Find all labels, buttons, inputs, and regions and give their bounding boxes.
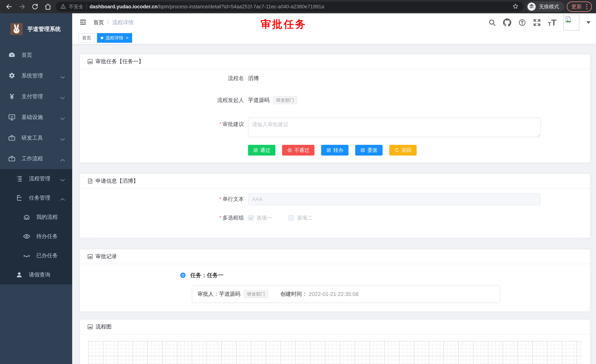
browser-menu-icon[interactable]: [585, 4, 589, 9]
toolbox-icon: [8, 134, 16, 142]
forward-icon[interactable]: [19, 3, 26, 10]
sidebar-item-task-mgmt[interactable]: 任务管理: [0, 188, 72, 208]
approve-task-card: 审批任务【任务一】 流程名 滔博 流程发起人 芋道源码 研发部门: [80, 54, 590, 163]
url-bar[interactable]: 不安全 dashboard.yudao.iocoder.cn/bpm/proce…: [56, 2, 523, 12]
gear-icon: [8, 72, 16, 80]
card-title: 审批记录: [96, 253, 117, 260]
sidebar-item-label: 系统管理: [22, 72, 43, 80]
sidebar-item-home[interactable]: 首页: [0, 45, 72, 66]
process-name-value: 滔博: [248, 75, 259, 82]
sidebar-item-label: 研发工具: [22, 134, 43, 142]
user-icon: [15, 271, 23, 278]
eye-open-icon: [22, 233, 31, 240]
sidebar-item-process-mgmt[interactable]: 流程管理: [0, 169, 72, 188]
advice-textarea[interactable]: [248, 118, 540, 137]
sidebar-item-my-process[interactable]: 我的流程: [0, 208, 72, 227]
navbar: 首页 / 流程详情 TT: [72, 13, 596, 32]
picture-icon: [87, 58, 93, 65]
card-title: 申请信息【滔博】: [96, 177, 138, 185]
transfer-button[interactable]: 转办: [321, 145, 349, 156]
sidebar-item-workflow[interactable]: 工作流程: [0, 148, 72, 169]
approve-button[interactable]: 通过: [248, 145, 276, 156]
sidebar-item-label: 我的流程: [36, 213, 58, 221]
approver-label: 审批人：: [197, 290, 219, 298]
timeline-clock-icon: [180, 273, 186, 278]
text-field-label: *单行文本: [80, 196, 244, 203]
diagram-card-header: 流程图: [80, 320, 590, 335]
incognito-icon: [528, 3, 536, 11]
update-label: 更新: [571, 3, 582, 10]
url-domain: dashboard.yudao.iocoder.cn: [89, 4, 158, 9]
card-title: 流程图: [96, 323, 112, 330]
apply-card-header: 申请信息【滔博】: [80, 174, 590, 189]
bpmn-canvas-grid[interactable]: [88, 341, 582, 364]
sidebar-item-label: 工作流程: [22, 155, 43, 162]
tag-label: 流程详情: [105, 35, 123, 41]
return-button[interactable]: 退回: [389, 145, 417, 156]
reload-icon[interactable]: [31, 3, 38, 10]
bookmark-star-icon[interactable]: [512, 3, 519, 10]
sidebar-item-label: 基础设施: [22, 114, 43, 121]
url-text: dashboard.yudao.iocoder.cn/bpm/process-i…: [89, 4, 509, 10]
tree-list-icon: [15, 175, 23, 182]
checkbox-label: 选项二: [297, 214, 313, 221]
sidebar: 芋道管理系统 首页 系统管理 ¥ 支付管理 基础设施 研发工具: [0, 13, 72, 364]
undo-icon: [395, 148, 399, 153]
fullscreen-icon[interactable]: [533, 19, 541, 26]
url-path: /bpm/process-instance/detail?id=54aa251f…: [158, 4, 324, 9]
tag-process-detail[interactable]: 流程详情 ×: [97, 33, 132, 43]
sidebar-item-label: 任务管理: [29, 194, 50, 202]
incognito-badge: 无痕模式: [526, 1, 564, 12]
chevron-down-icon: [60, 136, 65, 142]
close-icon[interactable]: ×: [126, 36, 128, 40]
sidebar-logo-row[interactable]: 芋道管理系统: [0, 13, 72, 45]
avatar[interactable]: [563, 15, 579, 30]
browser-update-button[interactable]: 更新: [567, 1, 592, 12]
approver-name: 芋道源码: [219, 290, 240, 298]
tags-view: 首页 流程详情 ×: [72, 32, 596, 44]
required-asterisk: *: [219, 215, 221, 221]
sidebar-item-payment[interactable]: ¥ 支付管理: [0, 86, 72, 107]
breadcrumb-home[interactable]: 首页: [93, 19, 104, 26]
sidebar-item-leave-query[interactable]: 请假查询: [0, 265, 72, 284]
face-icon: [22, 213, 31, 221]
checkbox-unchecked-icon: [288, 215, 294, 221]
approve-card-header: 审批任务【任务一】: [80, 54, 590, 69]
required-asterisk: *: [219, 121, 221, 127]
back-icon[interactable]: [6, 3, 13, 10]
sidebar-item-system[interactable]: 系统管理: [0, 66, 72, 86]
tag-label: 首页: [82, 35, 91, 41]
advice-label: *审批建议: [80, 118, 244, 128]
avatar-caret-icon[interactable]: [586, 21, 590, 24]
monitor-icon: [8, 113, 16, 121]
sidebar-submenu-workflow: 流程管理 任务管理 我的流程 待办任务 已办任务 请假: [0, 169, 72, 284]
sidebar-item-done-tasks[interactable]: 已办任务: [0, 246, 72, 265]
help-icon[interactable]: [518, 19, 526, 26]
tag-home[interactable]: 首页: [78, 33, 95, 43]
url-divider: [86, 4, 87, 9]
task-title: 任务：任务一: [190, 271, 224, 279]
create-time-label: 创建时间：: [280, 290, 307, 298]
process-diagram-card: 流程图: [80, 319, 590, 364]
reject-button[interactable]: 不通过: [282, 145, 314, 156]
github-icon[interactable]: [503, 19, 511, 27]
search-icon[interactable]: [488, 19, 496, 26]
sidebar-toggle-icon[interactable]: [78, 19, 88, 27]
sidebar-item-todo-tasks[interactable]: 待办任务: [0, 227, 72, 246]
browser-chrome: 不安全 dashboard.yudao.iocoder.cn/bpm/proce…: [0, 0, 596, 13]
font-size-icon[interactable]: TT: [548, 18, 556, 27]
active-dot-icon: [101, 37, 103, 39]
sidebar-item-label: 首页: [22, 51, 32, 59]
chevron-down-icon: [60, 74, 65, 80]
checkbox-label: 选项一: [257, 214, 272, 221]
checkbox-group-label: *多选框组: [80, 214, 244, 222]
briefcase-icon: [8, 155, 16, 163]
single-line-text-input: [248, 193, 540, 205]
starter-label: 流程发起人: [80, 96, 244, 104]
home-icon[interactable]: [45, 3, 52, 10]
security-label: 不安全: [69, 4, 83, 10]
delegate-button[interactable]: 委派: [355, 145, 383, 156]
sidebar-item-infra[interactable]: 基础设施: [0, 107, 72, 128]
sidebar-item-devtools[interactable]: 研发工具: [0, 128, 72, 148]
dashboard-icon: [8, 51, 16, 59]
